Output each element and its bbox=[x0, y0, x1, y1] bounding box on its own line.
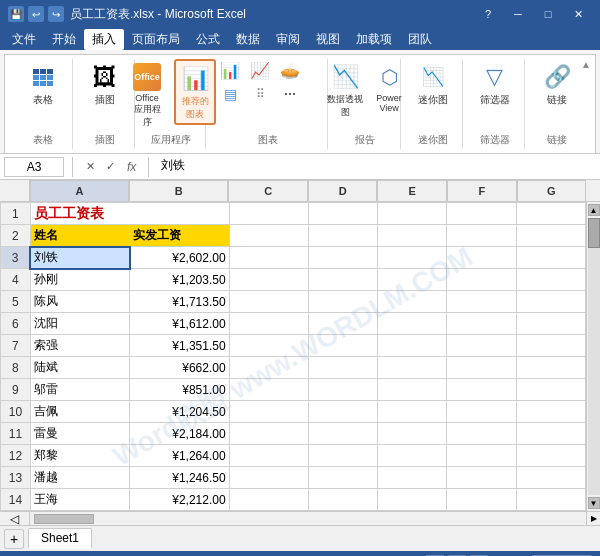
filter-button[interactable]: ▽ 筛选器 bbox=[475, 59, 515, 109]
menu-review[interactable]: 审阅 bbox=[268, 29, 308, 50]
cell-f9[interactable] bbox=[447, 379, 516, 401]
cell-g11[interactable] bbox=[516, 423, 585, 445]
sparkline-button[interactable]: 📉 迷你图 bbox=[413, 59, 453, 109]
cell-b13[interactable]: ¥1,246.50 bbox=[130, 467, 230, 489]
cell-d10[interactable] bbox=[308, 401, 377, 423]
cell-d13[interactable] bbox=[308, 467, 377, 489]
cell-a6[interactable]: 沈阳 bbox=[30, 313, 129, 335]
cell-reference[interactable]: A3 bbox=[4, 157, 64, 177]
cell-c5[interactable] bbox=[229, 291, 308, 313]
cell-f1[interactable] bbox=[447, 203, 516, 225]
menu-team[interactable]: 团队 bbox=[400, 29, 440, 50]
col-header-d[interactable]: D bbox=[308, 180, 378, 202]
cell-e12[interactable] bbox=[378, 445, 447, 467]
cell-f12[interactable] bbox=[447, 445, 516, 467]
cell-a5[interactable]: 陈风 bbox=[30, 291, 129, 313]
other-chart-button[interactable]: ⋯ bbox=[276, 83, 304, 105]
scroll-down-button[interactable]: ▼ bbox=[588, 497, 600, 509]
cell-g1[interactable] bbox=[516, 203, 585, 225]
cell-c14[interactable] bbox=[229, 489, 308, 511]
cell-g12[interactable] bbox=[516, 445, 585, 467]
menu-file[interactable]: 文件 bbox=[4, 29, 44, 50]
col-header-e[interactable]: E bbox=[377, 180, 447, 202]
cell-e9[interactable] bbox=[378, 379, 447, 401]
cell-c10[interactable] bbox=[229, 401, 308, 423]
cell-f11[interactable] bbox=[447, 423, 516, 445]
pivot-button[interactable]: 📉 数据透视图 bbox=[323, 59, 367, 121]
line-chart-button[interactable]: 📈 bbox=[246, 59, 274, 81]
save-icon[interactable]: 💾 bbox=[8, 6, 24, 22]
cell-b4[interactable]: ¥1,203.50 bbox=[130, 269, 230, 291]
cell-a7[interactable]: 索强 bbox=[30, 335, 129, 357]
cell-c12[interactable] bbox=[229, 445, 308, 467]
scroll-up-button[interactable]: ▲ bbox=[588, 204, 600, 216]
cell-b5[interactable]: ¥1,713.50 bbox=[130, 291, 230, 313]
cell-g3[interactable] bbox=[516, 247, 585, 269]
cell-a12[interactable]: 郑黎 bbox=[30, 445, 129, 467]
sheet-tab-sheet1[interactable]: Sheet1 bbox=[28, 528, 92, 549]
cell-b14[interactable]: ¥2,212.00 bbox=[130, 489, 230, 511]
cell-f8[interactable] bbox=[447, 357, 516, 379]
cell-f13[interactable] bbox=[447, 467, 516, 489]
cell-e11[interactable] bbox=[378, 423, 447, 445]
cell-d7[interactable] bbox=[308, 335, 377, 357]
cell-b11[interactable]: ¥2,184.00 bbox=[130, 423, 230, 445]
cell-f3[interactable] bbox=[447, 247, 516, 269]
cell-g10[interactable] bbox=[516, 401, 585, 423]
cell-e8[interactable] bbox=[378, 357, 447, 379]
cell-g8[interactable] bbox=[516, 357, 585, 379]
cell-d6[interactable] bbox=[308, 313, 377, 335]
menu-page-layout[interactable]: 页面布局 bbox=[124, 29, 188, 50]
cell-e7[interactable] bbox=[378, 335, 447, 357]
menu-home[interactable]: 开始 bbox=[44, 29, 84, 50]
cell-g9[interactable] bbox=[516, 379, 585, 401]
close-button[interactable]: ✕ bbox=[564, 0, 592, 28]
cell-c8[interactable] bbox=[229, 357, 308, 379]
cell-b6[interactable]: ¥1,612.00 bbox=[130, 313, 230, 335]
formula-input[interactable]: 刘铁 bbox=[157, 157, 596, 177]
cell-f14[interactable] bbox=[447, 489, 516, 511]
cell-g13[interactable] bbox=[516, 467, 585, 489]
cell-c3[interactable] bbox=[229, 247, 308, 269]
cell-a13[interactable]: 潘越 bbox=[30, 467, 129, 489]
cancel-formula-icon[interactable]: ✕ bbox=[81, 158, 99, 176]
menu-formula[interactable]: 公式 bbox=[188, 29, 228, 50]
cell-b8[interactable]: ¥662.00 bbox=[130, 357, 230, 379]
cell-a8[interactable]: 陆斌 bbox=[30, 357, 129, 379]
cell-f7[interactable] bbox=[447, 335, 516, 357]
cell-c6[interactable] bbox=[229, 313, 308, 335]
cell-f2[interactable] bbox=[447, 225, 516, 247]
h-scroll-track[interactable] bbox=[30, 512, 586, 525]
illustration-button[interactable]: 🖼 插图 bbox=[85, 59, 125, 109]
cell-f10[interactable] bbox=[447, 401, 516, 423]
cell-e10[interactable] bbox=[378, 401, 447, 423]
cell-c11[interactable] bbox=[229, 423, 308, 445]
ribbon-collapse-button[interactable]: ▲ bbox=[581, 59, 591, 70]
cell-d11[interactable] bbox=[308, 423, 377, 445]
col-header-c[interactable]: C bbox=[228, 180, 307, 202]
cell-d9[interactable] bbox=[308, 379, 377, 401]
col-header-a[interactable]: A bbox=[30, 180, 129, 202]
menu-insert[interactable]: 插入 bbox=[84, 29, 124, 50]
cell-c9[interactable] bbox=[229, 379, 308, 401]
menu-view[interactable]: 视图 bbox=[308, 29, 348, 50]
cell-f5[interactable] bbox=[447, 291, 516, 313]
cell-f4[interactable] bbox=[447, 269, 516, 291]
cell-e5[interactable] bbox=[378, 291, 447, 313]
add-sheet-button[interactable]: + bbox=[4, 529, 24, 549]
pie-chart-button[interactable]: 🥧 bbox=[276, 59, 304, 81]
cell-a3[interactable]: 刘铁 bbox=[30, 247, 129, 269]
cell-g7[interactable] bbox=[516, 335, 585, 357]
minimize-button[interactable]: ─ bbox=[504, 0, 532, 28]
cell-b3[interactable]: ¥2,602.00 bbox=[130, 247, 230, 269]
cell-d14[interactable] bbox=[308, 489, 377, 511]
cell-g6[interactable] bbox=[516, 313, 585, 335]
col-header-b[interactable]: B bbox=[129, 180, 228, 202]
cell-f6[interactable] bbox=[447, 313, 516, 335]
area-chart-button[interactable]: ▤ bbox=[216, 83, 244, 105]
link-button[interactable]: 🔗 链接 bbox=[537, 59, 577, 109]
scroll-right-button[interactable]: ▶ bbox=[586, 512, 600, 525]
cell-g14[interactable] bbox=[516, 489, 585, 511]
maximize-button[interactable]: □ bbox=[534, 0, 562, 28]
cell-d3[interactable] bbox=[308, 247, 377, 269]
